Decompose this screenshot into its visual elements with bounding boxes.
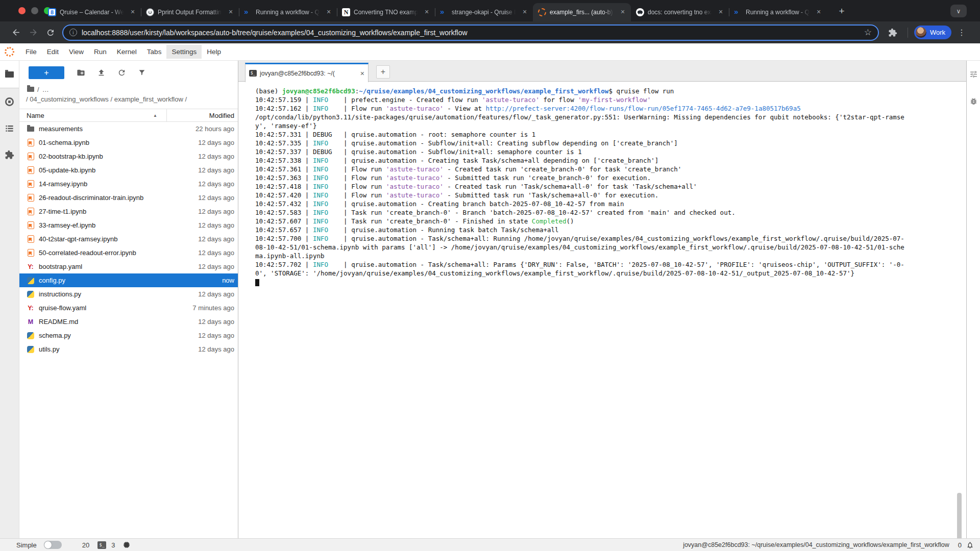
activity-bar-lower [0, 88, 19, 538]
running-sessions-icon[interactable] [5, 97, 14, 107]
file-row[interactable]: Y: qruise-flow.yaml 7 minutes ago [19, 301, 238, 315]
tab-count: 20 [82, 541, 89, 549]
file-row[interactable]: 01-schema.ipynb 12 days ago [19, 136, 238, 149]
browser-tab[interactable]: N Converting TNO example × [337, 3, 435, 21]
file-row[interactable]: 50-correlated-readout-error.ipynb 12 day… [19, 246, 238, 260]
table-of-contents-icon[interactable] [5, 123, 14, 133]
forward-icon[interactable] [24, 25, 42, 40]
close-tab-icon[interactable]: × [717, 8, 725, 16]
close-window-button[interactable] [18, 7, 26, 14]
url-bar[interactable]: i localhost:8888/user/kirsty/lab/workspa… [62, 24, 879, 41]
profile-chip[interactable]: Work [914, 26, 951, 39]
breadcrumb-path[interactable]: / 04_customizing_workflows / example_fir… [19, 94, 238, 106]
simple-mode-toggle[interactable] [44, 541, 62, 549]
column-header-name[interactable]: Name ▲ [19, 109, 167, 121]
file-row[interactable]: instructions.py 12 days ago [19, 287, 238, 301]
close-tab-icon[interactable]: × [325, 8, 333, 16]
reload-icon[interactable] [42, 25, 59, 40]
menu-settings[interactable]: Settings [166, 45, 202, 59]
terminal-line: 10:42:57.420 | INFO | Flow run 'astute-t… [255, 191, 966, 200]
site-info-icon[interactable]: i [69, 29, 77, 36]
breadcrumb-ellipsis[interactable]: … [42, 86, 49, 93]
terminal-line: 10:42:57.159 | INFO | prefect.engine - C… [255, 96, 966, 105]
breadcrumb-root[interactable]: / [37, 86, 39, 93]
menu-tabs[interactable]: Tabs [142, 45, 167, 59]
file-name: 01-schema.ipynb [39, 139, 167, 146]
file-modified: 22 hours ago [167, 125, 238, 133]
file-row[interactable]: 40-t2star-qpt-ramsey.ipynb 12 days ago [19, 232, 238, 246]
close-tab-icon[interactable]: × [227, 8, 235, 16]
file-row[interactable]: 26-readout-discriminator-train.ipynb 12 … [19, 191, 238, 205]
github-favicon-icon [636, 8, 644, 16]
file-row[interactable]: 14-ramsey.ipynb 12 days ago [19, 177, 238, 191]
close-tab-icon[interactable]: × [423, 8, 431, 16]
browser-tabs: 8 Qruise – Calendar - Week × Pprint Outp… [43, 3, 827, 21]
main-dock-panel: $_ jovyan@c85e2f6bcd93: ~/( × + (base) j… [238, 61, 966, 538]
file-name: README.md [39, 318, 167, 325]
debugger-bug-icon[interactable] [969, 97, 978, 106]
terminal-line: 10:42:57.583 | INFO | Task run 'create_b… [255, 209, 966, 217]
terminal-scrollbar[interactable] [957, 493, 962, 538]
extensions-puzzle-icon[interactable] [884, 25, 901, 40]
browser-tab[interactable]: Pprint Output Formatting × [141, 3, 239, 21]
file-row[interactable]: 33-ramsey-ef.ipynb 12 days ago [19, 218, 238, 232]
file-name: 05-update-kb.ipynb [39, 166, 167, 174]
browser-menu-kebab-icon[interactable]: ⋮ [958, 28, 966, 37]
menu-file[interactable]: File [20, 45, 42, 59]
file-row[interactable]: M README.md 12 days ago [19, 315, 238, 329]
browser-tab[interactable]: Running a workflow - Qru × [239, 3, 337, 21]
menu-help[interactable]: Help [202, 45, 226, 59]
close-tab-icon[interactable]: × [815, 8, 823, 16]
toolbar-divider [908, 28, 908, 38]
new-launcher-button[interactable]: + [29, 66, 64, 79]
terminal-panel[interactable]: (base) jovyan@c85e2f6bcd93:~/qruise/exam… [238, 82, 966, 538]
menu-kernel[interactable]: Kernel [112, 45, 142, 59]
kernel-chip-icon[interactable] [122, 541, 131, 549]
file-row[interactable]: 05-update-kb.ipynb 12 days ago [19, 163, 238, 177]
right-activity-bar [966, 61, 980, 538]
folder-icon [5, 71, 14, 78]
extension-manager-icon[interactable] [5, 150, 14, 160]
terminal-cursor [255, 279, 259, 286]
close-tab-icon[interactable]: × [521, 8, 529, 16]
browser-tab[interactable]: 8 Qruise – Calendar - Week × [43, 3, 141, 21]
browser-tab[interactable]: Running a workflow - Qru × [729, 3, 827, 21]
bookmark-star-icon[interactable]: ☆ [864, 27, 872, 38]
new-tab-button[interactable]: + [835, 5, 848, 18]
file-row[interactable]: measurements 22 hours ago [19, 122, 238, 136]
filter-icon[interactable] [132, 68, 152, 77]
close-tab-icon[interactable]: × [619, 8, 627, 16]
file-row[interactable]: 02-bootstrap-kb.ipynb 12 days ago [19, 149, 238, 163]
menu-view[interactable]: View [64, 45, 89, 59]
tab-search-button[interactable]: ∨ [950, 5, 967, 17]
refresh-icon[interactable] [111, 68, 132, 77]
terminal-badge-icon[interactable]: $_ [97, 541, 106, 549]
close-tab-icon[interactable]: × [129, 8, 137, 16]
menu-edit[interactable]: Edit [42, 45, 64, 59]
file-row[interactable]: config.py now [19, 273, 238, 287]
column-header-modified[interactable]: Modified [167, 112, 238, 119]
file-row[interactable]: 27-time-t1.ipynb 12 days ago [19, 205, 238, 218]
file-row[interactable]: utils.py 12 days ago [19, 342, 238, 356]
bell-icon[interactable] [966, 541, 974, 549]
profile-label: Work [930, 29, 945, 36]
upload-icon[interactable] [91, 68, 111, 77]
terminal-tab[interactable]: $_ jovyan@c85e2f6bcd93: ~/( × [245, 63, 369, 82]
notebook-file-icon [28, 235, 34, 243]
breadcrumb-home-icon[interactable] [27, 87, 34, 92]
new-folder-icon[interactable] [70, 68, 91, 77]
minimize-window-button[interactable] [31, 7, 38, 14]
file-browser-tab[interactable] [0, 61, 19, 88]
browser-tab[interactable]: strange-okapi - Qruise Da × [435, 3, 533, 21]
file-row[interactable]: schema.py 12 days ago [19, 329, 238, 342]
file-row[interactable]: Y: bootstrap.yaml 12 days ago [19, 260, 238, 273]
property-inspector-icon[interactable] [969, 70, 978, 79]
browser-tab[interactable]: example_firs... (auto-b) - × [533, 3, 631, 21]
menu-run[interactable]: Run [89, 45, 112, 59]
browser-tab[interactable]: docs: converting tno exa × [631, 3, 729, 21]
close-icon[interactable]: × [360, 69, 364, 78]
back-icon[interactable] [7, 25, 24, 40]
terminal-host-path[interactable]: jovyan@c85e2f6bcd93: ~/qruise/examples/0… [683, 541, 949, 548]
qruise-docs-favicon-icon [244, 8, 252, 16]
new-dock-tab-button[interactable]: + [376, 65, 390, 79]
